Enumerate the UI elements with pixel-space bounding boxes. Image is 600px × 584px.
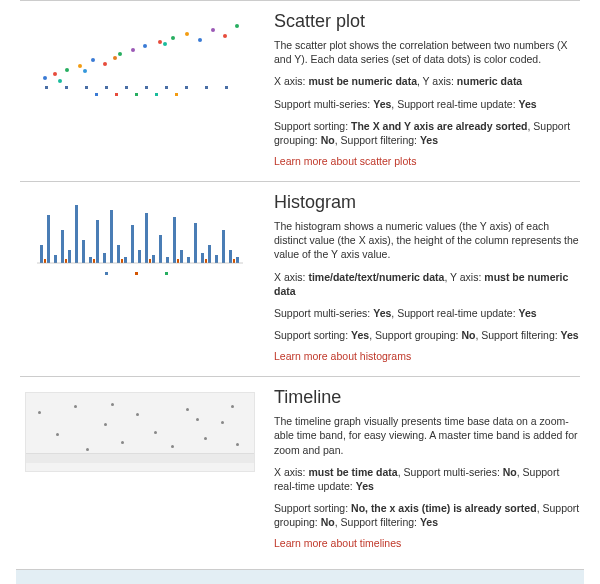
svg-point-15: [235, 24, 239, 28]
svg-point-11: [185, 32, 189, 36]
svg-rect-43: [96, 220, 99, 263]
svg-rect-69: [177, 259, 179, 263]
timeline-thumbnail: [20, 387, 260, 477]
scatter-title: Scatter plot: [274, 11, 580, 32]
scatter-plot-icon: [25, 16, 255, 96]
scatter-axes: X axis: must be numeric data, Y axis: nu…: [274, 74, 580, 88]
svg-point-9: [158, 40, 162, 44]
timeline-icon: [25, 392, 255, 472]
svg-rect-31: [115, 93, 118, 96]
svg-rect-65: [65, 259, 67, 263]
svg-point-19: [163, 42, 167, 46]
svg-rect-37: [54, 255, 57, 263]
svg-rect-53: [166, 257, 169, 263]
svg-point-10: [171, 36, 175, 40]
svg-rect-24: [125, 86, 128, 89]
timeline-support: Support sorting: No, the x axis (time) i…: [274, 501, 580, 529]
svg-rect-23: [105, 86, 108, 89]
svg-point-0: [43, 76, 47, 80]
svg-rect-21: [65, 86, 68, 89]
svg-rect-39: [68, 250, 71, 263]
svg-rect-25: [145, 86, 148, 89]
svg-point-17: [83, 69, 87, 73]
svg-rect-48: [131, 225, 134, 263]
svg-point-18: [113, 56, 117, 60]
scatter-series: Support multi-series: Yes, Support real-…: [274, 97, 580, 111]
scatter-learn-link[interactable]: Learn more about scatter plots: [274, 155, 416, 167]
svg-rect-30: [95, 93, 98, 96]
svg-rect-51: [152, 255, 155, 263]
svg-rect-35: [40, 245, 43, 263]
svg-rect-42: [89, 257, 92, 263]
timeline-title: Timeline: [274, 387, 580, 408]
svg-rect-22: [85, 86, 88, 89]
svg-rect-27: [185, 86, 188, 89]
svg-rect-57: [194, 223, 197, 263]
svg-rect-74: [135, 272, 138, 275]
scatter-desc: The scatter plot shows the correlation b…: [274, 38, 580, 66]
svg-rect-52: [159, 235, 162, 263]
svg-point-6: [118, 52, 122, 56]
svg-point-3: [78, 64, 82, 68]
svg-rect-55: [180, 250, 183, 263]
svg-rect-58: [201, 253, 204, 263]
chart-type-timeline: Timeline The timeline graph visually pre…: [20, 376, 580, 563]
svg-rect-46: [117, 245, 120, 263]
chart-type-scatter: Scatter plot The scatter plot shows the …: [20, 0, 580, 181]
svg-point-16: [58, 79, 62, 83]
svg-point-5: [103, 62, 107, 66]
svg-point-2: [65, 68, 69, 72]
svg-rect-26: [165, 86, 168, 89]
chart-type-histogram: Histogram The histogram shows a numeric …: [20, 181, 580, 376]
svg-rect-66: [93, 259, 95, 263]
histogram-icon: [25, 195, 255, 280]
histogram-learn-link[interactable]: Learn more about histograms: [274, 350, 411, 362]
svg-point-14: [223, 34, 227, 38]
svg-rect-47: [124, 257, 127, 263]
timeline-content: Timeline The timeline graph visually pre…: [274, 387, 580, 549]
timeline-learn-link[interactable]: Learn more about timelines: [274, 537, 401, 549]
svg-rect-34: [175, 93, 178, 96]
svg-rect-71: [233, 259, 235, 263]
svg-rect-50: [145, 213, 148, 263]
svg-rect-36: [47, 215, 50, 263]
svg-rect-64: [44, 259, 46, 263]
svg-rect-75: [165, 272, 168, 275]
histogram-support: Support sorting: Yes, Support grouping: …: [274, 328, 580, 342]
timeline-axes: X axis: must be time data, Support multi…: [274, 465, 580, 493]
svg-rect-40: [75, 205, 78, 263]
svg-rect-54: [173, 217, 176, 263]
svg-rect-33: [155, 93, 158, 96]
svg-point-1: [53, 72, 57, 76]
svg-rect-38: [61, 230, 64, 263]
svg-rect-20: [45, 86, 48, 89]
scatter-content: Scatter plot The scatter plot shows the …: [274, 11, 580, 167]
svg-rect-32: [135, 93, 138, 96]
svg-rect-28: [205, 86, 208, 89]
svg-rect-45: [110, 210, 113, 263]
svg-rect-67: [121, 259, 123, 263]
timeline-desc: The timeline graph visually presents tim…: [274, 414, 580, 457]
svg-point-12: [198, 38, 202, 42]
histogram-desc: The histogram shows a numeric values (th…: [274, 219, 580, 262]
svg-rect-62: [229, 250, 232, 263]
histogram-series: Support multi-series: Yes, Support real-…: [274, 306, 580, 320]
histogram-content: Histogram The histogram shows a numeric …: [274, 192, 580, 362]
scatter-thumbnail: [20, 11, 260, 101]
svg-rect-73: [105, 272, 108, 275]
svg-rect-68: [149, 259, 151, 263]
svg-rect-44: [103, 253, 106, 263]
svg-rect-60: [215, 255, 218, 263]
scatter-support: Support sorting: The X and Y axis are al…: [274, 119, 580, 147]
svg-point-13: [211, 28, 215, 32]
svg-point-7: [131, 48, 135, 52]
svg-point-8: [143, 44, 147, 48]
svg-rect-70: [205, 259, 207, 263]
svg-rect-49: [138, 250, 141, 263]
svg-rect-29: [225, 86, 228, 89]
svg-rect-41: [82, 240, 85, 263]
svg-point-4: [91, 58, 95, 62]
svg-rect-63: [236, 257, 239, 263]
histogram-axes: X axis: time/date/text/numeric data, Y a…: [274, 270, 580, 298]
svg-rect-59: [208, 245, 211, 263]
